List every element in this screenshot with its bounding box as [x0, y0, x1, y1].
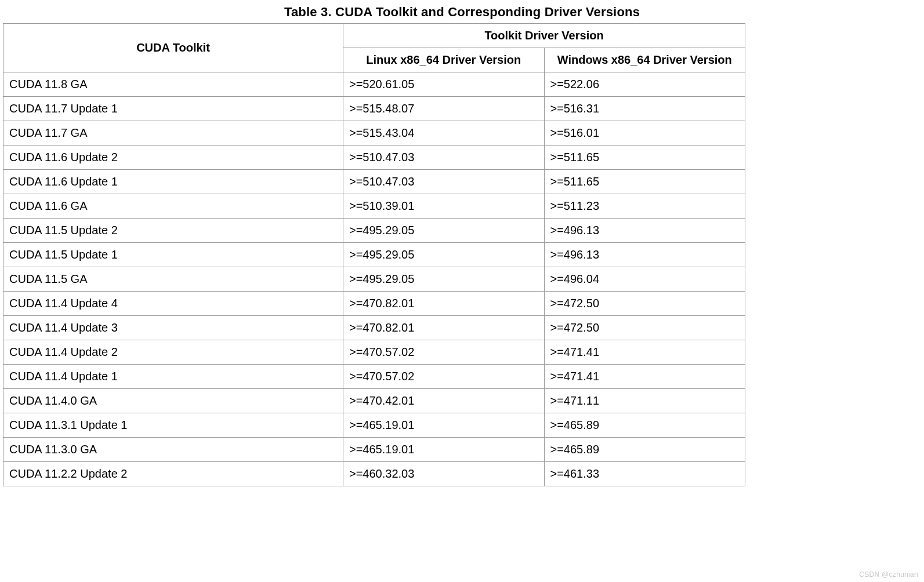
cell-windows-driver: >=496.04: [544, 267, 745, 292]
cell-toolkit: CUDA 11.6 Update 2: [3, 146, 343, 170]
cell-toolkit: CUDA 11.5 GA: [3, 267, 343, 292]
header-linux-driver: Linux x86_64 Driver Version: [343, 48, 545, 72]
table-row: CUDA 11.8 GA>=520.61.05>=522.06: [3, 72, 745, 97]
cell-toolkit: CUDA 11.4.0 GA: [3, 389, 343, 413]
cell-windows-driver: >=496.13: [544, 219, 745, 243]
table-row: CUDA 11.7 GA>=515.43.04>=516.01: [3, 121, 745, 146]
cell-linux-driver: >=510.47.03: [343, 170, 545, 194]
table-row: CUDA 11.5 Update 1>=495.29.05>=496.13: [3, 243, 745, 267]
cell-windows-driver: >=471.41: [544, 340, 745, 365]
cell-toolkit: CUDA 11.6 Update 1: [3, 170, 343, 194]
cell-toolkit: CUDA 11.6 GA: [3, 194, 343, 219]
table-row: CUDA 11.4 Update 3>=470.82.01>=472.50: [3, 316, 745, 340]
cell-toolkit: CUDA 11.4 Update 2: [3, 340, 343, 365]
cell-linux-driver: >=470.82.01: [343, 292, 545, 316]
header-cuda-toolkit: CUDA Toolkit: [3, 24, 343, 72]
cell-windows-driver: >=496.13: [544, 243, 745, 267]
cell-windows-driver: >=522.06: [544, 72, 745, 97]
cell-linux-driver: >=465.19.01: [343, 438, 545, 462]
cell-linux-driver: >=460.32.03: [343, 462, 545, 486]
cell-toolkit: CUDA 11.2.2 Update 2: [3, 462, 343, 486]
cell-toolkit: CUDA 11.5 Update 1: [3, 243, 343, 267]
cell-linux-driver: >=470.57.02: [343, 340, 545, 365]
table-row: CUDA 11.2.2 Update 2>=460.32.03>=461.33: [3, 462, 745, 486]
table-row: CUDA 11.6 Update 2>=510.47.03>=511.65: [3, 146, 745, 170]
cuda-driver-table: CUDA Toolkit Toolkit Driver Version Linu…: [3, 23, 745, 486]
cell-windows-driver: >=516.31: [544, 97, 745, 121]
cell-toolkit: CUDA 11.4 Update 3: [3, 316, 343, 340]
cell-toolkit: CUDA 11.4 Update 4: [3, 292, 343, 316]
cell-linux-driver: >=495.29.05: [343, 219, 545, 243]
cell-windows-driver: >=465.89: [544, 438, 745, 462]
table-row: CUDA 11.4 Update 1>=470.57.02>=471.41: [3, 365, 745, 389]
cell-linux-driver: >=520.61.05: [343, 72, 545, 97]
cell-windows-driver: >=472.50: [544, 292, 745, 316]
table-row: CUDA 11.5 GA>=495.29.05>=496.04: [3, 267, 745, 292]
cell-windows-driver: >=472.50: [544, 316, 745, 340]
cell-toolkit: CUDA 11.3.1 Update 1: [3, 413, 343, 438]
cell-linux-driver: >=465.19.01: [343, 413, 545, 438]
cell-windows-driver: >=516.01: [544, 121, 745, 146]
cell-linux-driver: >=515.43.04: [343, 121, 545, 146]
header-driver-version-group: Toolkit Driver Version: [343, 24, 745, 48]
cell-toolkit: CUDA 11.3.0 GA: [3, 438, 343, 462]
table-row: CUDA 11.6 GA>=510.39.01>=511.23: [3, 194, 745, 219]
table-row: CUDA 11.5 Update 2>=495.29.05>=496.13: [3, 219, 745, 243]
table-row: CUDA 11.4 Update 2>=470.57.02>=471.41: [3, 340, 745, 365]
cell-toolkit: CUDA 11.7 GA: [3, 121, 343, 146]
cell-toolkit: CUDA 11.8 GA: [3, 72, 343, 97]
table-row: CUDA 11.3.1 Update 1>=465.19.01>=465.89: [3, 413, 745, 438]
cell-linux-driver: >=470.42.01: [343, 389, 545, 413]
cell-windows-driver: >=511.23: [544, 194, 745, 219]
cell-linux-driver: >=495.29.05: [343, 243, 545, 267]
cell-windows-driver: >=471.41: [544, 365, 745, 389]
cell-toolkit: CUDA 11.5 Update 2: [3, 219, 343, 243]
table-row: CUDA 11.6 Update 1>=510.47.03>=511.65: [3, 170, 745, 194]
cell-toolkit: CUDA 11.7 Update 1: [3, 97, 343, 121]
cell-windows-driver: >=465.89: [544, 413, 745, 438]
table-row: CUDA 11.3.0 GA>=465.19.01>=465.89: [3, 438, 745, 462]
table-row: CUDA 11.4 Update 4>=470.82.01>=472.50: [3, 292, 745, 316]
table-row: CUDA 11.4.0 GA>=470.42.01>=471.11: [3, 389, 745, 413]
cell-linux-driver: >=470.82.01: [343, 316, 545, 340]
cell-windows-driver: >=471.11: [544, 389, 745, 413]
cell-linux-driver: >=470.57.02: [343, 365, 545, 389]
header-windows-driver: Windows x86_64 Driver Version: [544, 48, 745, 72]
cell-windows-driver: >=511.65: [544, 146, 745, 170]
cell-windows-driver: >=511.65: [544, 170, 745, 194]
cell-linux-driver: >=510.39.01: [343, 194, 545, 219]
cell-linux-driver: >=495.29.05: [343, 267, 545, 292]
table-row: CUDA 11.7 Update 1>=515.48.07>=516.31: [3, 97, 745, 121]
cell-toolkit: CUDA 11.4 Update 1: [3, 365, 343, 389]
cell-windows-driver: >=461.33: [544, 462, 745, 486]
cell-linux-driver: >=510.47.03: [343, 146, 545, 170]
cell-linux-driver: >=515.48.07: [343, 97, 545, 121]
table-caption: Table 3. CUDA Toolkit and Corresponding …: [3, 5, 921, 20]
